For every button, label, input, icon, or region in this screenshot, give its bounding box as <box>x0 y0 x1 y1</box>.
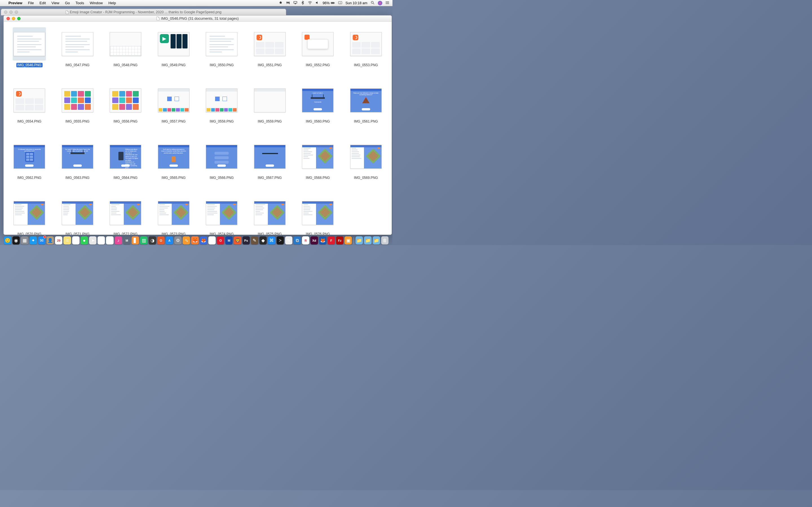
wifi-icon[interactable] <box>308 1 312 6</box>
menu-help[interactable]: Help <box>105 1 119 5</box>
thumbnail-item[interactable]: IMG_0553.PNG <box>348 27 384 67</box>
thumbnail-item[interactable]: IMG_0575.PNG <box>252 196 288 235</box>
thumbnail-item[interactable]: IMG_0556.PNG <box>108 83 144 124</box>
malwarebytes-menu-icon[interactable] <box>286 1 290 6</box>
thumbnail-item[interactable]: IMG_0576.PNG <box>300 196 336 235</box>
dock-office-icon[interactable]: O <box>157 236 165 244</box>
dock-reminders-icon[interactable]: ⋮ <box>72 236 80 244</box>
dock-ibooks-icon[interactable]: ▋ <box>132 236 139 244</box>
thumbnail-item[interactable]: IMG_0571.PNG <box>60 196 96 235</box>
thumbnail-item[interactable]: IMG_0558.PNG <box>204 83 240 124</box>
dock-opera-icon[interactable]: O <box>217 236 224 244</box>
menu-window[interactable]: Window <box>87 1 105 5</box>
battery-status[interactable]: 96% <box>322 1 335 5</box>
dock-maps-icon[interactable]: ➤ <box>89 236 96 244</box>
dock-firefox-icon[interactable]: 🦊 <box>191 236 199 244</box>
thumbnail-item[interactable]: IMG_0547.PNG <box>60 27 96 67</box>
thumbnail-item[interactable]: IMG_0554.PNG <box>11 83 47 124</box>
airplay-icon[interactable] <box>293 1 297 6</box>
thumbnail-item[interactable]: Or followed instructions to assemble som… <box>11 140 47 180</box>
dock-numbers-icon[interactable]: ▥ <box>140 236 147 244</box>
dock-notes-icon[interactable]: ≡ <box>63 236 71 244</box>
dock-vscode-icon[interactable]: ⧉ <box>294 236 301 244</box>
thumbnail-item[interactable]: IMG_0574.PNG <box>204 196 240 235</box>
thumbnail-item[interactable]: IMG_0552.PNG <box>300 27 336 67</box>
dock-folder1-icon[interactable]: 📁 <box>356 236 363 244</box>
dock-xd-icon[interactable]: Xd <box>310 236 318 244</box>
siri-menu-icon[interactable] <box>378 1 382 5</box>
thumbnail-item[interactable]: Learn to Code 1CommandsIMG_0560.PNG <box>300 83 336 124</box>
dock-photoshop-icon[interactable]: Ps <box>243 236 250 244</box>
thumbnail-item[interactable]: ▶IMG_0549.PNG <box>156 27 192 67</box>
thumbnail-item[interactable]: IMG_0569.PNG <box>348 140 384 180</box>
thumbnail-item[interactable]: IMG_0568.PNG <box>300 140 336 180</box>
dock-finder-icon[interactable]: 🙂 <box>4 236 11 244</box>
thumbnail-item[interactable]: IMG_0550.PNG <box>204 27 240 67</box>
dock-gimp-icon[interactable]: ✎ <box>251 236 258 244</box>
contact-sheet[interactable]: IMG_0546.PNGIMG_0547.PNGIMG_0548.PNG▶IMG… <box>4 22 392 235</box>
dock-messages-icon[interactable]: ● <box>81 236 88 244</box>
thumbnail-item[interactable]: IMG_0567.PNG <box>252 140 288 180</box>
dock-audacity-icon[interactable]: ∿ <box>183 236 190 244</box>
dock-calendar-icon[interactable]: 29 <box>55 236 62 244</box>
background-window[interactable]: Emoji Image Creator - RJM Programming - … <box>1 9 286 15</box>
dock-folder3-icon[interactable]: 📁 <box>373 236 380 244</box>
bluetooth-icon[interactable] <box>301 1 305 6</box>
thumbnail-item[interactable]: IMG_0557.PNG <box>156 83 192 124</box>
document-proxy-icon[interactable] <box>156 17 160 20</box>
window-titlebar[interactable]: IMG_0546.PNG (31 documents, 31 total pag… <box>4 15 392 22</box>
dock-filezilla-icon[interactable]: Fz <box>336 236 343 244</box>
dock-contacts-icon[interactable]: 👤 <box>47 236 54 244</box>
thumbnail-item[interactable]: IMG_0548.PNG <box>108 27 144 67</box>
dock-firefox-dev-icon[interactable]: 🦊 <box>200 236 207 244</box>
dock-textedit-icon[interactable]: ✎ <box>285 236 292 244</box>
thumbnail-item[interactable]: You'll start by writing commands to move… <box>156 140 192 180</box>
dock-launchpad-icon[interactable]: ▦ <box>21 236 28 244</box>
thumbnail-item[interactable]: IMG_0573.PNG <box>156 196 192 235</box>
dock-paintbrush-icon[interactable]: 🖌 <box>106 236 113 244</box>
dock-safari-icon[interactable]: ✦ <box>30 236 37 244</box>
thumbnail-item[interactable]: Have you ever followed a recipe to bake … <box>348 83 384 124</box>
dock-mamp-icon[interactable]: M <box>123 236 131 244</box>
dock-mail-icon[interactable]: ✉ <box>38 236 45 244</box>
dock-inkscape-icon[interactable]: ◆ <box>259 236 267 244</box>
thumbnail-item[interactable]: IMG_0572.PNG <box>108 196 144 235</box>
dock-systemprefs-icon[interactable]: ⚙ <box>174 236 182 244</box>
notification-center-icon[interactable] <box>386 1 390 6</box>
dock-waterfox-icon[interactable]: 🦊 <box>319 236 326 244</box>
dock-trash-icon[interactable]: 🗑 <box>381 236 389 244</box>
thumbnail-item[interactable]: Writing code allows you to create your o… <box>108 140 144 180</box>
dock-photos-icon[interactable]: ✿ <box>98 236 105 244</box>
dock-xcode-icon[interactable]: ⌘ <box>268 236 275 244</box>
keyboard-input-icon[interactable]: A <box>338 1 342 6</box>
app-name[interactable]: Preview <box>6 1 25 5</box>
menu-edit[interactable]: Edit <box>37 1 49 5</box>
menuextra-icon[interactable] <box>278 1 283 6</box>
dock-brave-icon[interactable]: 🦁 <box>234 236 241 244</box>
thumbnail-item[interactable]: IMG_0555.PNG <box>60 83 96 124</box>
dock-dashboard-icon[interactable]: ◑ <box>149 236 156 244</box>
dock-appstore-icon[interactable]: A <box>166 236 173 244</box>
dock-malwarebytes-icon[interactable]: M <box>225 236 233 244</box>
dock-siri-icon[interactable]: ◉ <box>12 236 20 244</box>
thumbnail-item[interactable]: IMG_0559.PNG <box>252 83 288 124</box>
dock-aws-icon[interactable]: ▣ <box>345 236 352 244</box>
menu-file[interactable]: File <box>25 1 37 5</box>
menu-view[interactable]: View <box>49 1 62 5</box>
thumbnail-item[interactable]: IMG_0551.PNG <box>252 27 288 67</box>
thumbnail-item[interactable]: You need to follow the instructions in t… <box>60 140 96 180</box>
dock-itunes-icon[interactable]: ♪ <box>115 236 122 244</box>
dock-rstudio-icon[interactable]: R <box>302 236 309 244</box>
thumbnail-item[interactable]: IMG_0566.PNG <box>204 140 240 180</box>
dock-terminal-icon[interactable]: > <box>276 236 284 244</box>
thumbnail-item[interactable]: IMG_0546.PNG <box>11 27 47 67</box>
thumbnail-item[interactable]: IMG_0570.PNG <box>11 196 47 235</box>
menu-tools[interactable]: Tools <box>73 1 87 5</box>
volume-icon[interactable] <box>315 1 319 6</box>
dock-chrome-icon[interactable]: ◎ <box>208 236 216 244</box>
clock[interactable]: Sun 10:18 am <box>345 1 367 5</box>
dock-folder2-icon[interactable]: 📁 <box>364 236 371 244</box>
dock-flipboard-icon[interactable]: F <box>327 236 335 244</box>
menu-go[interactable]: Go <box>62 1 72 5</box>
spotlight-icon[interactable] <box>370 1 375 6</box>
